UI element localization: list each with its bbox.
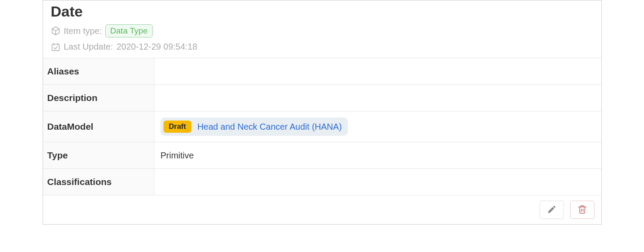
classifications-value: [154, 169, 601, 195]
status-badge: Draft: [164, 121, 191, 133]
last-update-row: Last Update: 2020-12-29 09:54:18: [51, 42, 594, 52]
classifications-label: Classifications: [43, 169, 154, 195]
type-value: Primitive: [154, 142, 601, 169]
trash-icon: [577, 205, 587, 215]
svg-rect-0: [52, 44, 59, 50]
cube-icon: [51, 26, 60, 36]
page-title: Date: [51, 3, 594, 20]
last-update-label: Last Update:: [64, 42, 113, 52]
aliases-row: Aliases: [43, 58, 601, 85]
datamodel-value: Draft Head and Neck Cancer Audit (HANA): [154, 111, 601, 142]
aliases-label: Aliases: [43, 58, 154, 85]
card-header: Date Item type: Data Type Last Upda: [43, 0, 601, 58]
edit-button[interactable]: [540, 201, 564, 219]
item-type-badge: Data Type: [105, 24, 152, 37]
datamodel-row: DataModel Draft Head and Neck Cancer Aud…: [43, 111, 601, 142]
description-row: Description: [43, 85, 601, 111]
item-type-label: Item type:: [64, 26, 102, 36]
aliases-value: [154, 58, 601, 85]
card-footer: [43, 195, 601, 224]
type-row: Type Primitive: [43, 142, 601, 169]
calendar-check-icon: [51, 42, 60, 52]
datamodel-label: DataModel: [43, 111, 154, 142]
datamodel-pill[interactable]: Draft Head and Neck Cancer Audit (HANA): [160, 118, 348, 136]
description-label: Description: [43, 85, 154, 111]
classifications-row: Classifications: [43, 169, 601, 195]
description-value: [154, 85, 601, 111]
pencil-icon: [547, 205, 557, 215]
detail-card: Date Item type: Data Type Last Upda: [43, 0, 602, 225]
type-label: Type: [43, 142, 154, 169]
item-type-row: Item type: Data Type: [51, 24, 594, 37]
detail-table: Aliases Description DataModel Draft Head…: [43, 58, 601, 195]
delete-button[interactable]: [570, 201, 594, 219]
datamodel-link[interactable]: Head and Neck Cancer Audit (HANA): [197, 122, 342, 132]
last-update-value: 2020-12-29 09:54:18: [117, 42, 197, 52]
